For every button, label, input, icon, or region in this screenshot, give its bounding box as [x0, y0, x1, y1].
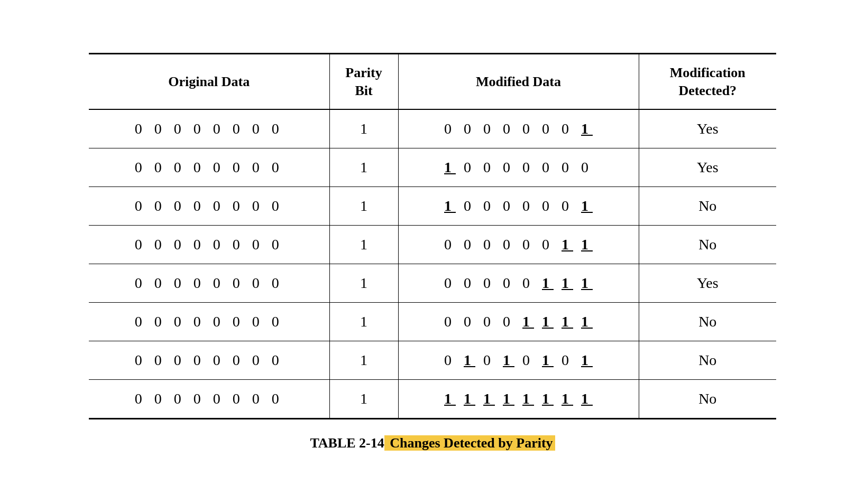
modified-bit-underlined: 1 [542, 275, 554, 291]
modified-bit-underlined: 1 [581, 352, 593, 368]
cell-parity: 1 [329, 148, 398, 187]
table-row: 0 0 0 0 0 0 0 010 0 0 0 0 1 1 1Yes [89, 264, 776, 303]
cell-modified: 1 0 0 0 0 0 0 1 [398, 187, 639, 226]
caption-label: TABLE 2-14 [310, 435, 384, 451]
cell-original: 0 0 0 0 0 0 0 0 [89, 187, 329, 226]
cell-original: 0 0 0 0 0 0 0 0 [89, 148, 329, 187]
modified-bit-underlined: 1 [542, 313, 554, 330]
modified-bit-underlined: 1 [503, 390, 514, 407]
table-row: 0 0 0 0 0 0 0 011 0 0 0 0 0 0 1No [89, 187, 776, 226]
table-wrapper: Original Data ParityBit Modified Data Mo… [89, 53, 776, 452]
cell-detected: Yes [639, 148, 776, 187]
cell-detected: No [639, 226, 776, 264]
caption-highlight: Changes Detected by Parity [384, 435, 555, 451]
modified-bit-underlined: 1 [444, 390, 456, 407]
modified-bit-underlined: 1 [581, 313, 593, 330]
cell-original: 0 0 0 0 0 0 0 0 [89, 303, 329, 341]
table-row: 0 0 0 0 0 0 0 010 0 0 0 0 0 1 1No [89, 226, 776, 264]
cell-parity: 1 [329, 264, 398, 303]
cell-modified: 1 0 0 0 0 0 0 0 [398, 148, 639, 187]
modified-bit-underlined: 1 [581, 236, 593, 253]
modified-bit-underlined: 1 [464, 390, 475, 407]
cell-original: 0 0 0 0 0 0 0 0 [89, 264, 329, 303]
cell-modified: 0 1 0 1 0 1 0 1 [398, 341, 639, 380]
modified-bit-underlined: 1 [542, 352, 554, 368]
table-row: 0 0 0 0 0 0 0 010 0 0 0 1 1 1 1No [89, 303, 776, 341]
modified-bit-underlined: 1 [581, 198, 593, 214]
cell-modified: 1 1 1 1 1 1 1 1 [398, 380, 639, 419]
cell-original: 0 0 0 0 0 0 0 0 [89, 109, 329, 148]
modified-bit-underlined: 1 [581, 120, 593, 137]
table-header-row: Original Data ParityBit Modified Data Mo… [89, 53, 776, 109]
cell-detected: No [639, 380, 776, 419]
cell-detected: No [639, 303, 776, 341]
cell-modified: 0 0 0 0 0 0 1 1 [398, 226, 639, 264]
table-row: 0 0 0 0 0 0 0 011 0 0 0 0 0 0 0Yes [89, 148, 776, 187]
modified-bit-underlined: 1 [581, 275, 593, 291]
cell-parity: 1 [329, 187, 398, 226]
cell-detected: No [639, 187, 776, 226]
cell-original: 0 0 0 0 0 0 0 0 [89, 226, 329, 264]
cell-modified: 0 0 0 0 1 1 1 1 [398, 303, 639, 341]
cell-parity: 1 [329, 341, 398, 380]
modified-bit-underlined: 1 [562, 275, 573, 291]
modified-bit-underlined: 1 [464, 352, 475, 368]
modified-bit-underlined: 1 [562, 236, 573, 253]
modified-bit-underlined: 1 [522, 390, 534, 407]
modified-bit-underlined: 1 [581, 390, 593, 407]
modified-bit-underlined: 1 [542, 390, 554, 407]
parity-table: Original Data ParityBit Modified Data Mo… [89, 53, 776, 420]
modified-bit-underlined: 1 [562, 313, 573, 330]
cell-modified: 0 0 0 0 0 0 0 1 [398, 109, 639, 148]
cell-parity: 1 [329, 226, 398, 264]
header-modified: Modified Data [398, 53, 639, 109]
header-detected: ModificationDetected? [639, 53, 776, 109]
modified-bit-underlined: 1 [483, 390, 495, 407]
header-original: Original Data [89, 53, 329, 109]
cell-parity: 1 [329, 303, 398, 341]
table-row: 0 0 0 0 0 0 0 011 1 1 1 1 1 1 1No [89, 380, 776, 419]
table-row: 0 0 0 0 0 0 0 010 0 0 0 0 0 0 1Yes [89, 109, 776, 148]
modified-bit-underlined: 1 [444, 198, 456, 214]
cell-parity: 1 [329, 109, 398, 148]
cell-modified: 0 0 0 0 0 1 1 1 [398, 264, 639, 303]
cell-detected: Yes [639, 264, 776, 303]
table-row: 0 0 0 0 0 0 0 010 1 0 1 0 1 0 1No [89, 341, 776, 380]
cell-original: 0 0 0 0 0 0 0 0 [89, 341, 329, 380]
cell-parity: 1 [329, 380, 398, 419]
modified-bit-underlined: 1 [522, 313, 534, 330]
modified-bit-underlined: 1 [503, 352, 514, 368]
cell-detected: No [639, 341, 776, 380]
cell-detected: Yes [639, 109, 776, 148]
table-caption: TABLE 2-14 Changes Detected by Parity [89, 435, 776, 451]
cell-original: 0 0 0 0 0 0 0 0 [89, 380, 329, 419]
modified-bit-underlined: 1 [444, 159, 456, 175]
modified-bit-underlined: 1 [562, 390, 573, 407]
header-parity: ParityBit [329, 53, 398, 109]
